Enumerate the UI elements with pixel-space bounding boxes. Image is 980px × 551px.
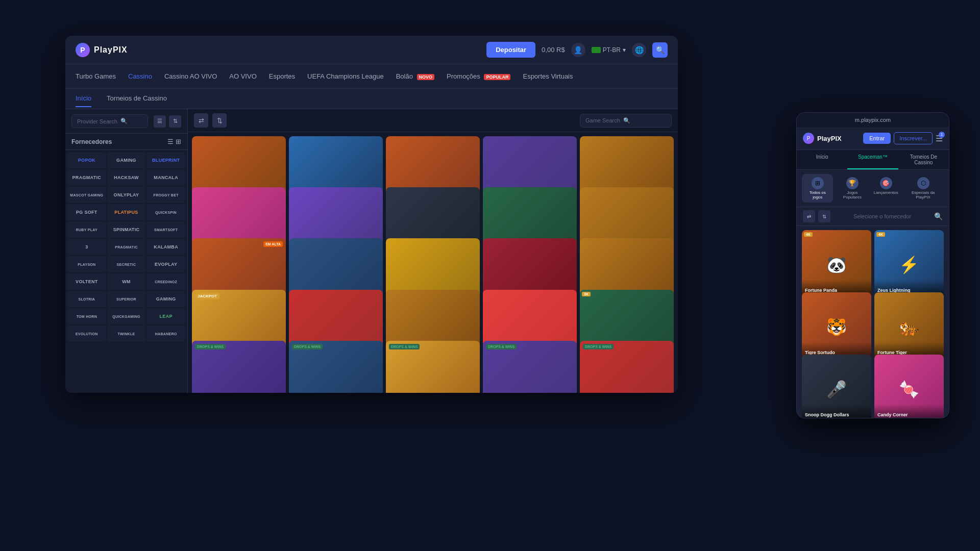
provider-slotria[interactable]: SLOTRIA xyxy=(67,291,106,307)
notifications-icon[interactable]: 🌐 xyxy=(632,43,646,57)
logo-text: PlayPIX xyxy=(94,45,128,55)
mobile-filter-button-2[interactable]: ⇅ xyxy=(818,210,830,222)
provider-pragmatic[interactable]: PRAGMATIC xyxy=(67,169,106,186)
mobile-game-zeus[interactable]: 4K ⚡ Zeus Lightning Blueprint xyxy=(874,230,944,299)
nav-bolao[interactable]: Bolão NOVO xyxy=(396,70,434,82)
provider-kalamba[interactable]: Kalamba xyxy=(146,239,185,255)
provider-popok[interactable]: POPOK xyxy=(67,152,106,168)
game-search-input[interactable]: Game Search 🔍 xyxy=(580,114,672,128)
game-card-gates-olympus[interactable]: DROPS & WINS ⚡ Gates of Olympus 1000 Pra… xyxy=(483,341,577,393)
tab-torneios[interactable]: Torneios de Cassino xyxy=(107,90,167,107)
provider-habanero[interactable]: HABANERO xyxy=(146,325,185,342)
game-card-mining-rush[interactable]: DROPS & WINS ⛏️ Mining Rush Pragmatic Pl… xyxy=(386,341,480,393)
mobile-filter-button[interactable]: ⇄ xyxy=(803,210,815,222)
sort-icon-button[interactable]: ⇅ xyxy=(212,113,227,128)
logo-icon: P xyxy=(76,43,90,57)
mobile-search-button[interactable]: 🔍 xyxy=(934,212,943,220)
mobile-logo[interactable]: P PlayPIX xyxy=(803,133,842,144)
mobile-category-row: ⊞ Todos os jogos 🏆 Jogos Populares 🎯 Lan… xyxy=(797,170,949,207)
provider-twinkle[interactable]: TWINKLE xyxy=(107,325,146,342)
deposit-button[interactable]: Depositar xyxy=(486,42,535,58)
sub-nav: Início Torneios de Cassino xyxy=(65,89,678,109)
nav-uefa[interactable]: UEFA Champions League xyxy=(307,70,384,82)
provider-evoplay[interactable]: evoplay xyxy=(146,256,185,272)
filter-button[interactable]: ☰ xyxy=(154,115,166,128)
provider-playson[interactable]: PLAYSON xyxy=(67,256,106,272)
logo-area[interactable]: P PlayPIX xyxy=(76,43,128,57)
nav-promocoes[interactable]: Promoções POPULAR xyxy=(447,70,510,82)
mobile-cat-all-games[interactable]: ⊞ Todos os jogos xyxy=(802,174,833,203)
mobile-entrar-button[interactable]: Entrar xyxy=(863,133,891,144)
mobile-game-candy-corner[interactable]: 🍬 Candy Corner Pragmatic Play xyxy=(874,355,944,418)
nav-turbo-games[interactable]: Turbo Games xyxy=(76,70,116,82)
header: P PlayPIX Depositar 0,00 R$ 👤 PT-BR ▾ 🌐 … xyxy=(65,36,678,64)
provider-quickspin[interactable]: QUICKSPIN xyxy=(146,204,185,220)
mobile-tab-spaceman[interactable]: Spaceman™ xyxy=(847,150,898,169)
provider-quickgaming[interactable]: quickgaming xyxy=(107,308,146,324)
list-view-toggle[interactable]: ☰ xyxy=(167,138,174,145)
mobile-cat-especiais[interactable]: ⬡ Especiais da PlayPIX xyxy=(902,174,944,203)
mobile-menu-icon[interactable]: ☰ 1 xyxy=(936,134,943,143)
nav-esportes[interactable]: Esportes xyxy=(269,70,295,82)
provider-pragmatic-2[interactable]: PRAGMATIC xyxy=(107,239,146,255)
provider-gaming[interactable]: GAMING xyxy=(107,152,146,168)
provider-hacksaw[interactable]: HACKSAW xyxy=(107,169,146,186)
provider-ruby-play[interactable]: RUBY PLAY xyxy=(67,221,106,238)
provider-blueprint[interactable]: blueprint xyxy=(146,152,185,168)
provider-tom-horn[interactable]: TOM HORN xyxy=(67,308,106,324)
provider-voltent[interactable]: VoltEnt xyxy=(67,273,106,290)
provider-spinmatic[interactable]: spinmatic xyxy=(107,221,146,238)
provider-search-label: Provider Search xyxy=(77,118,117,124)
game-card-santa[interactable]: DROPS & WINS 🎅 Santa Xmas Rush Pragmatic… xyxy=(580,341,674,393)
provider-pg-soft[interactable]: PG Soft xyxy=(67,204,106,220)
user-icon[interactable]: 👤 xyxy=(571,43,585,57)
provider-froggy[interactable]: froggy bet xyxy=(146,187,185,203)
mobile-game-snoop[interactable]: 🎤 Snoop Dogg Dollars Pragmatic xyxy=(802,355,871,418)
provider-platipus[interactable]: Platipus xyxy=(107,204,146,220)
provider-search-input[interactable]: Provider Search 🔍 xyxy=(71,114,148,128)
provider-mancala[interactable]: Mancala xyxy=(146,169,185,186)
sidebar: Provider Search 🔍 ☰ ⇅ Fornecedores ☰ ⊞ xyxy=(65,109,188,393)
mobile-provider-text[interactable]: Selecione o fornecedor xyxy=(853,213,911,219)
provider-leap[interactable]: LEAP xyxy=(146,308,185,324)
mobile-game-tigre[interactable]: 🐯 Tigre Sortudo Pragmatic Play xyxy=(802,292,871,362)
nav-cassino-ao-vivo[interactable]: Cassino AO VIVO xyxy=(164,70,217,82)
provider-superior[interactable]: SUPERIOR xyxy=(107,291,146,307)
tab-inicio[interactable]: Início xyxy=(76,90,91,107)
game-card-dragon-king[interactable]: DROPS & WINS 🐲 Dragon King Hot Pots Prag… xyxy=(192,341,286,393)
game-search-icon: 🔍 xyxy=(623,117,630,124)
provider-onlyplay[interactable]: Onlyplay xyxy=(107,187,146,203)
provider-wm[interactable]: WM xyxy=(107,273,146,290)
mobile-game-fortune-panda[interactable]: 4K 🐼 Fortune Panda Pragmatic Play xyxy=(802,230,871,299)
mobile-cat-popular[interactable]: 🏆 Jogos Populares xyxy=(835,174,869,203)
provider-secretic[interactable]: secretic xyxy=(107,256,146,272)
mobile-game-fortune-tiger[interactable]: 🐅 Fortune Tiger PG Soft xyxy=(874,292,944,362)
mobile-menu-badge: 1 xyxy=(939,132,945,138)
mobile-cat-lancamentos-label: Lançamentos xyxy=(874,190,898,195)
provider-triple[interactable]: 3 xyxy=(67,239,106,255)
mobile-tab-inicio[interactable]: Início xyxy=(797,150,847,169)
mobile-tab-torneios[interactable]: Torneios De Cassino xyxy=(898,150,949,169)
mobile-inscrever-button[interactable]: Inscrever... xyxy=(894,132,933,144)
provider-smartsoft[interactable]: SMARTSOFT xyxy=(146,221,185,238)
search-icon[interactable]: 🔍 xyxy=(652,42,668,58)
provider-mascot[interactable]: MASCOT GAMING xyxy=(67,187,106,203)
nav-esportes-virtuais[interactable]: Esportes Virtuais xyxy=(523,70,573,82)
provider-gaming-2[interactable]: GAMING xyxy=(146,291,185,307)
provider-creedinoz[interactable]: CREEDINOZ xyxy=(146,273,185,290)
nav-ao-vivo[interactable]: AO VIVO xyxy=(229,70,256,82)
grid-view-toggle[interactable]: ⊞ xyxy=(176,138,181,145)
provider-evolution[interactable]: Evolution xyxy=(67,325,106,342)
mobile-game-title: Candy Corner xyxy=(877,412,941,417)
sort-button[interactable]: ⇅ xyxy=(169,115,181,128)
game-card-big-bass[interactable]: DROPS & WINS 🎣 Big Bass Pragmatic Play xyxy=(289,341,383,393)
game-search-label: Game Search xyxy=(585,117,620,123)
nav-cassino[interactable]: Cassino xyxy=(128,70,152,82)
mobile-cat-all-icon: ⊞ xyxy=(812,177,824,189)
language-selector[interactable]: PT-BR ▾ xyxy=(592,46,626,54)
filter-icon-button[interactable]: ⇄ xyxy=(194,113,208,128)
mobile-cat-especiais-label: Especiais da PlayPIX xyxy=(906,190,940,199)
mobile-cat-lancamentos[interactable]: 🎯 Lançamentos xyxy=(871,174,900,203)
mobile-logo-text: PlayPIX xyxy=(817,135,842,142)
mobile-overlay: m.playpix.com P PlayPIX Entrar Inscrever… xyxy=(796,112,949,418)
